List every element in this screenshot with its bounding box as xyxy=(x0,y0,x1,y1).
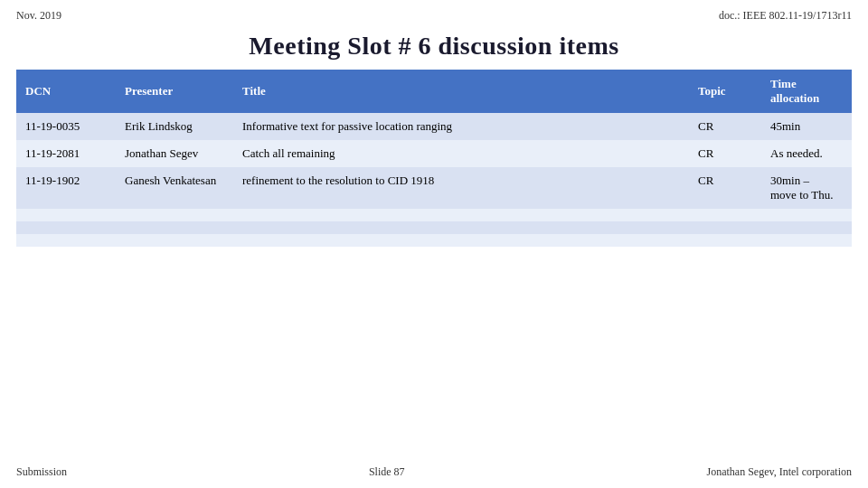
cell-title xyxy=(233,221,689,234)
cell-topic: CR xyxy=(689,113,761,140)
table-row: 11-19-0035Erik LindskogInformative text … xyxy=(16,113,852,140)
cell-time: 30min –move to Thu. xyxy=(761,167,852,209)
table-header-row: DCN Presenter Title Topic Time allocatio… xyxy=(16,70,852,113)
page-title-wrap: Meeting Slot # 6 discussion items xyxy=(16,32,852,61)
cell-dcn: 11-19-0035 xyxy=(16,113,116,140)
cell-time: As needed. xyxy=(761,140,852,167)
cell-dcn: 11-19-2081 xyxy=(16,140,116,167)
cell-presenter: Erik Lindskog xyxy=(116,113,233,140)
table-row xyxy=(16,209,852,221)
cell-time xyxy=(761,221,852,234)
cell-title: Informative text for passive location ra… xyxy=(233,113,689,140)
cell-topic: CR xyxy=(689,167,761,209)
header: Nov. 2019 doc.: IEEE 802.11-19/1713r11 xyxy=(0,0,868,26)
header-left: Nov. 2019 xyxy=(16,9,61,23)
col-header-presenter: Presenter xyxy=(116,70,233,113)
cell-presenter xyxy=(116,234,233,247)
footer-left: Submission xyxy=(16,465,67,479)
cell-presenter: Jonathan Segev xyxy=(116,140,233,167)
cell-time xyxy=(761,234,852,247)
cell-dcn xyxy=(16,234,116,247)
table-row: 11-19-2081Jonathan SegevCatch all remain… xyxy=(16,140,852,167)
footer-center: Slide 87 xyxy=(67,465,706,479)
cell-topic xyxy=(689,209,761,221)
discussion-table: DCN Presenter Title Topic Time allocatio… xyxy=(16,70,852,247)
col-header-title: Title xyxy=(233,70,689,113)
cell-dcn xyxy=(16,209,116,221)
col-header-topic: Topic xyxy=(689,70,761,113)
footer-right: Jonathan Segev, Intel corporation xyxy=(706,465,852,479)
cell-title: refinement to the resolution to CID 1918 xyxy=(233,167,689,209)
table-wrap: DCN Presenter Title Topic Time allocatio… xyxy=(16,70,852,247)
cell-topic xyxy=(689,234,761,247)
cell-topic xyxy=(689,221,761,234)
footer: Submission Slide 87 Jonathan Segev, Inte… xyxy=(16,465,852,479)
col-header-dcn: DCN xyxy=(16,70,116,113)
cell-presenter: Ganesh Venkatesan xyxy=(116,167,233,209)
cell-presenter xyxy=(116,209,233,221)
table-row xyxy=(16,234,852,247)
cell-topic: CR xyxy=(689,140,761,167)
header-right: doc.: IEEE 802.11-19/1713r11 xyxy=(719,9,852,23)
cell-time xyxy=(761,209,852,221)
cell-dcn xyxy=(16,221,116,234)
cell-title: Catch all remaining xyxy=(233,140,689,167)
page-title: Meeting Slot # 6 discussion items xyxy=(249,32,618,60)
cell-presenter xyxy=(116,221,233,234)
cell-dcn: 11-19-1902 xyxy=(16,167,116,209)
cell-time: 45min xyxy=(761,113,852,140)
cell-title xyxy=(233,234,689,247)
table-row xyxy=(16,221,852,234)
cell-title xyxy=(233,209,689,221)
table-row: 11-19-1902Ganesh Venkatesanrefinement to… xyxy=(16,167,852,209)
col-header-time: Time allocation xyxy=(761,70,852,113)
